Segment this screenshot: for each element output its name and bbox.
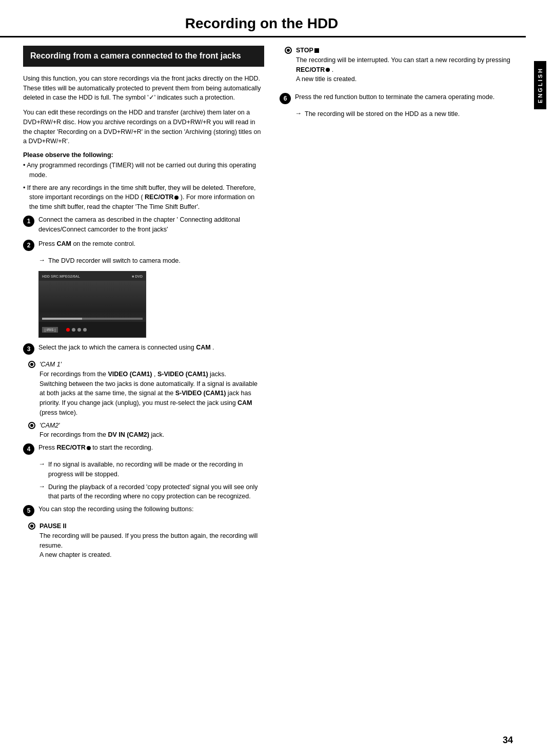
cam-bottom-bar: | IRIS |: [39, 322, 146, 337]
step4-arrow1-text: If no signal is available, no recording …: [48, 460, 264, 479]
stop-bullet: STOP The recording will be interrupted. …: [285, 46, 516, 84]
section-header: Recording from a camera connected to the…: [23, 46, 264, 67]
cam2-bullet: 'CAM2' For recordings from the DV IN (CA…: [28, 421, 264, 440]
cam2-label: 'CAM2': [39, 422, 60, 429]
cam-top-right: ■ DVD: [132, 275, 143, 278]
stop-text: STOP The recording will be interrupted. …: [296, 46, 516, 84]
right-col: STOP The recording will be interrupted. …: [274, 46, 516, 563]
circle-icon-pause: [28, 522, 35, 530]
cam-image-inner: HDD SRC:MPEG2/6AL ■ DVD | IRIS |: [39, 272, 146, 337]
rec-otr-bold: REC/OTR: [145, 193, 173, 201]
step6-arrow: → The recording will be stored on the HD…: [295, 109, 516, 119]
svideo-priority-bold: S-VIDEO (CAM1): [175, 390, 226, 397]
page-title: Recording on the HDD: [0, 15, 554, 32]
bullet2: • If there are any recordings in the tim…: [23, 183, 264, 212]
step6-content: Press the red function button to termina…: [295, 92, 516, 102]
bullet1: • Any programmed recordings (TIMER) will…: [23, 161, 264, 180]
step3-content: Select the jack to which the camera is c…: [38, 343, 264, 353]
iris-button: | IRIS |: [42, 327, 58, 333]
left-col: Recording from a camera connected to the…: [23, 46, 274, 563]
circle-dot-stop: [287, 49, 290, 52]
circle-icon-1: [28, 361, 35, 368]
stop-label: STOP: [296, 47, 319, 54]
arrow-icon-4b: →: [38, 482, 45, 490]
step3: 3 Select the jack to which the camera is…: [23, 343, 264, 355]
cam-dot-3: [77, 328, 81, 332]
please-observe-label: Please observe the following:: [23, 151, 264, 159]
step5-content: You can stop the recording using the fol…: [38, 505, 264, 514]
cam2-text: 'CAM2' For recordings from the DV IN (CA…: [39, 421, 264, 440]
stop-square: [314, 48, 319, 53]
cam1-text: 'CAM 1' For recordings from the VIDEO (C…: [39, 360, 264, 418]
stop-note: A new title is created.: [296, 75, 357, 83]
step3-num: 3: [23, 343, 34, 355]
step2-num: 2: [23, 240, 34, 251]
step5: 5 You can stop the recording using the f…: [23, 505, 264, 516]
arrow-icon: →: [38, 256, 45, 264]
arrow-icon-6: →: [295, 109, 302, 117]
rec-dot: [174, 196, 179, 200]
cam-bold3: CAM: [196, 344, 210, 351]
step4-arrow2: → During the playback of a recorded 'cop…: [38, 482, 264, 502]
step2-content: Press CAM on the remote control.: [38, 239, 264, 249]
step4-num: 4: [23, 443, 34, 455]
page-number: 34: [503, 735, 513, 746]
pause-note: A new chapter is created.: [39, 551, 111, 558]
title-divider: [0, 36, 526, 37]
english-label: ENGLISH: [534, 61, 546, 109]
cam-top-bar: HDD SRC:MPEG2/6AL ■ DVD: [39, 272, 146, 281]
circle-dot-pause: [30, 525, 33, 528]
circle-dot-1: [30, 363, 33, 366]
step6: 6 Press the red function button to termi…: [280, 92, 516, 104]
cam-progress-bar: [42, 318, 143, 320]
step1-content: Connect the camera as described in the c…: [38, 215, 264, 235]
rec-dot-stop: [326, 68, 330, 72]
right-sidebar: ENGLISH: [526, 46, 554, 563]
cam-top-left: HDD SRC:MPEG2/6AL: [42, 275, 80, 278]
cam-dot-4: [83, 328, 87, 332]
para1: Using this function, you can store recor…: [23, 74, 264, 103]
cam1-bullet: 'CAM 1' For recordings from the VIDEO (C…: [28, 360, 264, 418]
step2-arrow: → The DVD recorder will switch to camera…: [38, 256, 264, 266]
video-cam1-bold: VIDEO (CAM1): [108, 371, 152, 378]
pause-bullet: PAUSE II The recording will be paused. I…: [28, 521, 264, 560]
arrow-icon-4a: →: [38, 460, 45, 468]
circle-icon-stop: [285, 47, 292, 54]
step6-arrow-text: The recording will be stored on the HDD …: [305, 109, 516, 119]
rec-otr-bold4: REC/OTR: [56, 444, 85, 451]
step6-num: 6: [280, 93, 291, 104]
dvin-bold: DV IN (CAM2): [108, 431, 149, 438]
rec-dot-4: [87, 446, 91, 450]
step4-content: Press REC/OTR to start the recording.: [38, 443, 264, 453]
svideo-cam1-bold: S-VIDEO (CAM1): [157, 371, 208, 378]
step1-num: 1: [23, 216, 34, 227]
circle-dot-2: [30, 424, 33, 427]
step5-num: 5: [23, 505, 34, 516]
step2: 2 Press CAM on the remote control.: [23, 239, 264, 251]
step1: 1 Connect the camera as described in the…: [23, 215, 264, 235]
para2: You can edit these recordings on the HDD…: [23, 108, 264, 146]
rec-otr-stop: REC/OTR: [296, 66, 325, 73]
step2-arrow-text: The DVD recorder will switch to camera m…: [48, 256, 264, 266]
cam1-label: 'CAM 1': [39, 361, 62, 368]
page: Recording on the HDD Recording from a ca…: [0, 0, 554, 756]
cam-progress-fill: [42, 318, 82, 320]
step4-arrow2-text: During the playback of a recorded 'copy …: [48, 482, 264, 502]
content-area: Recording from a camera connected to the…: [23, 46, 526, 563]
pause-text: PAUSE II The recording will be paused. I…: [39, 521, 264, 560]
stop-desc: The recording will be interrupted. You c…: [296, 56, 510, 73]
circle-icon-2: [28, 422, 35, 429]
cam-dot-2: [72, 328, 75, 332]
cam-dot-1: [66, 328, 70, 332]
pause-label: PAUSE II: [39, 522, 67, 530]
two-columns: Recording from a camera connected to the…: [23, 46, 516, 563]
main-layout: Recording from a camera connected to the…: [0, 46, 554, 563]
pause-desc: The recording will be paused. If you pre…: [39, 532, 258, 549]
cam-dots: [66, 328, 87, 332]
step4-arrow1: → If no signal is available, no recordin…: [38, 460, 264, 479]
cam-bold: CAM: [56, 240, 71, 247]
camera-screenshot: HDD SRC:MPEG2/6AL ■ DVD | IRIS |: [38, 271, 146, 338]
step4: 4 Press REC/OTR to start the recording.: [23, 443, 264, 455]
cam-press-bold: CAM: [238, 399, 252, 406]
